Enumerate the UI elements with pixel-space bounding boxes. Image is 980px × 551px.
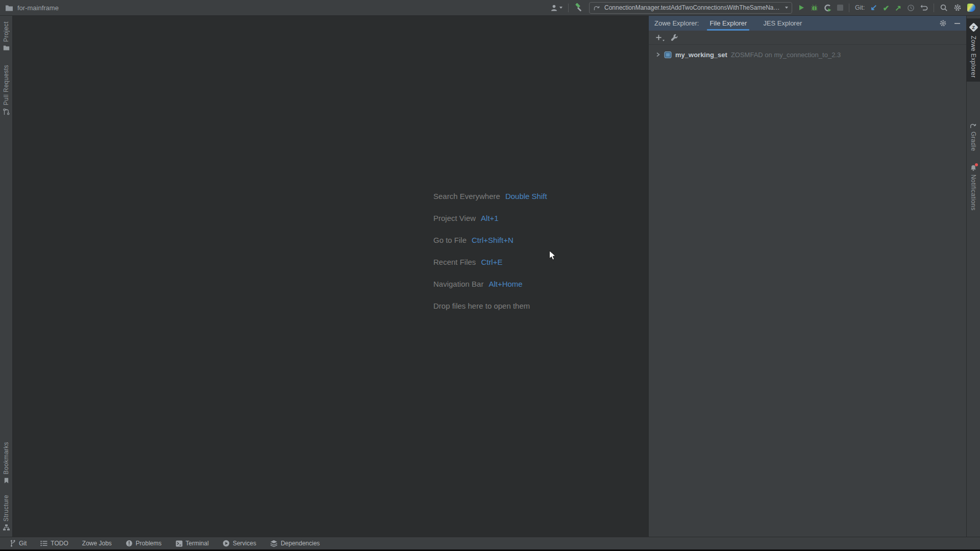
statusbar-item-problems[interactable]: Problems <box>126 540 162 547</box>
shortcut-hint: Search Everywhere Double Shift <box>433 185 547 207</box>
sidebar-item-gradle[interactable]: Gradle <box>967 119 980 155</box>
tool-window-actions <box>939 19 960 27</box>
project-name: for-mainframe <box>17 4 59 12</box>
status-bar: Git TODO Zowe Jobs Problems Terminal Ser… <box>0 537 980 549</box>
user-dropdown-button[interactable] <box>550 4 562 12</box>
left-tool-window-stripe: Project Pull Requests Bookmarks Structur… <box>0 16 13 537</box>
gradle-icon <box>969 123 977 129</box>
zowe-icon: Z <box>969 22 978 32</box>
chevron-right-icon[interactable] <box>655 52 660 57</box>
main-toolbar: ConnectionManager.testAddTwoConnectionsW… <box>550 2 980 14</box>
tool-window-title: Zowe Explorer: <box>654 19 699 27</box>
panel-settings-gear-icon[interactable] <box>939 19 947 27</box>
statusbar-item-dependencies[interactable]: Dependencies <box>270 540 320 547</box>
build-hammer-icon[interactable] <box>574 3 583 12</box>
drop-files-hint: Drop files here to open them <box>433 295 547 317</box>
dependencies-icon <box>270 540 278 547</box>
folder-icon <box>5 5 13 11</box>
git-push-icon[interactable]: ↗ <box>895 4 901 12</box>
editor-area[interactable]: Search Everywhere Double Shift Project V… <box>13 16 648 537</box>
statusbar-item-zowe-jobs[interactable]: Zowe Jobs <box>82 540 112 547</box>
shortcut-hint: Navigation Bar Alt+Home <box>433 273 547 295</box>
git-branch-icon <box>10 540 16 547</box>
debug-button[interactable] <box>811 4 818 12</box>
git-label: Git: <box>855 4 865 11</box>
statusbar-item-git[interactable]: Git <box>10 540 27 547</box>
shortcut-hint: Recent Files Ctrl+E <box>433 251 547 273</box>
git-update-icon[interactable]: ↙ <box>870 4 877 12</box>
sidebar-item-structure[interactable]: Structure <box>0 491 12 537</box>
bookmark-icon <box>4 478 9 484</box>
chevron-down-icon <box>559 7 562 9</box>
run-with-coverage-button[interactable] <box>824 4 831 12</box>
title-bar: for-mainframe ConnectionManager.testAddT… <box>0 0 980 16</box>
sidebar-item-project[interactable]: Project <box>0 18 12 54</box>
chevron-down-icon <box>663 40 665 41</box>
bell-icon <box>970 164 977 171</box>
right-tool-window-stripe: Z Zowe Explorer Gradle Notifications <box>966 16 980 537</box>
shortcut-hint: Project View Alt+1 <box>433 207 547 229</box>
terminal-icon <box>176 540 183 547</box>
statusbar-item-services[interactable]: Services <box>223 540 256 547</box>
working-set-detail: ZOSMFAD on my_connection_to_2.3 <box>731 51 841 59</box>
services-icon <box>223 540 230 547</box>
plugin-badge-icon[interactable] <box>967 4 975 12</box>
settings-gear-icon[interactable] <box>953 4 962 12</box>
project-title: for-mainframe <box>0 4 59 12</box>
problems-icon <box>126 540 133 547</box>
add-working-set-button[interactable] <box>655 34 662 41</box>
stop-button[interactable] <box>837 5 843 11</box>
panel-toolbar <box>649 31 966 45</box>
sidebar-item-zowe-explorer[interactable]: Z Zowe Explorer <box>967 18 980 82</box>
notification-badge <box>975 163 978 166</box>
rollback-icon[interactable] <box>920 4 928 12</box>
todo-icon <box>40 540 47 546</box>
mouse-cursor <box>549 250 556 263</box>
statusbar-item-terminal[interactable]: Terminal <box>176 540 209 547</box>
zowe-explorer-panel: Zowe Explorer: File Explorer JES Explore… <box>648 16 966 537</box>
tab-jes-explorer[interactable]: JES Explorer <box>762 16 803 31</box>
git-commit-icon[interactable]: ✔ <box>883 4 890 12</box>
hide-panel-icon[interactable] <box>954 23 960 24</box>
run-button[interactable] <box>798 4 805 11</box>
toolbar-separator <box>934 4 934 12</box>
history-clock-icon[interactable] <box>907 4 915 12</box>
working-set-name: my_working_set <box>675 51 727 59</box>
structure-icon <box>3 524 10 531</box>
tab-file-explorer[interactable]: File Explorer <box>708 16 748 31</box>
search-everywhere-icon[interactable] <box>940 4 948 12</box>
sidebar-item-bookmarks[interactable]: Bookmarks <box>0 438 12 487</box>
editor-shortcut-hints: Search Everywhere Double Shift Project V… <box>433 185 547 317</box>
run-configuration-name: ConnectionManager.testAddTwoConnectionsW… <box>604 4 781 11</box>
settings-wrench-icon[interactable] <box>671 34 678 41</box>
pull-request-icon <box>3 108 10 115</box>
toolbar-separator <box>568 4 569 12</box>
shortcut-hint: Go to File Ctrl+Shift+N <box>433 229 547 251</box>
tree-row-working-set[interactable]: my_working_set ZOSMFAD on my_connection_… <box>649 48 966 61</box>
working-set-icon <box>664 51 672 59</box>
tool-window-header: Zowe Explorer: File Explorer JES Explore… <box>649 16 966 31</box>
sidebar-item-pull-requests[interactable]: Pull Requests <box>0 61 12 119</box>
sidebar-item-notifications[interactable]: Notifications <box>967 161 980 214</box>
folder-icon <box>3 45 10 51</box>
file-explorer-tree: my_working_set ZOSMFAD on my_connection_… <box>649 45 966 61</box>
gradle-task-icon <box>593 5 601 11</box>
chevron-down-icon <box>785 7 788 9</box>
statusbar-item-todo[interactable]: TODO <box>40 540 68 547</box>
run-configuration-select[interactable]: ConnectionManager.testAddTwoConnectionsW… <box>589 2 792 14</box>
toolbar-separator <box>849 4 849 12</box>
